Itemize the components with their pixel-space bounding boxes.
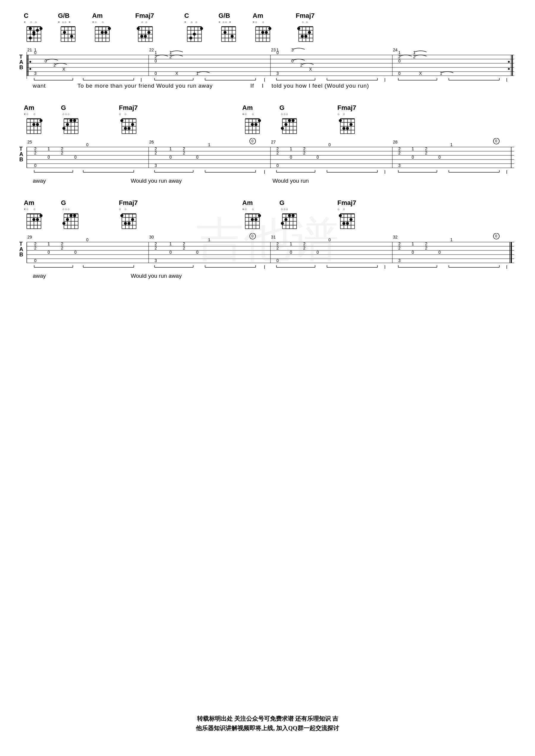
- svg-text:1: 1: [412, 147, 414, 151]
- chord-group-G1: G ○○○: [61, 104, 80, 136]
- tab-svg-3: T A B 29 2 1 2 2 2: [18, 233, 517, 272]
- chord-diagram-G2: [279, 117, 299, 136]
- svg-point-213: [66, 123, 69, 126]
- svg-text:0: 0: [276, 163, 279, 168]
- svg-point-422: [292, 214, 295, 217]
- svg-point-67: [200, 27, 203, 30]
- chord-diagram-G1: [61, 117, 80, 136]
- chord-group-Am6: Am ×○ ○: [242, 199, 262, 231]
- svg-point-214: [73, 119, 76, 122]
- svg-text:0: 0: [74, 155, 77, 159]
- chord-name-Fmaj7: Fmaj7: [135, 12, 154, 20]
- chord-diagram-Am3: [24, 117, 43, 136]
- svg-point-420: [281, 222, 284, 225]
- chord-group-G3: G ○○○: [61, 199, 80, 231]
- svg-point-256: [288, 119, 291, 122]
- svg-point-382: [70, 214, 72, 217]
- svg-point-268: [342, 127, 345, 130]
- chord-diagram-Am5: [24, 211, 43, 231]
- svg-text:X: X: [62, 67, 65, 71]
- chord-diagram-Fmaj76: [337, 211, 357, 231]
- footer-line2: 他乐器知识讲解视频即将上线, 加入QQ群一起交流探讨: [196, 724, 339, 732]
- svg-point-396: [131, 218, 134, 221]
- svg-point-52: [140, 35, 143, 38]
- svg-text:2: 2: [425, 246, 427, 251]
- svg-text:0: 0: [412, 250, 414, 255]
- chord-group-Fmaj73: Fmaj7 ○ ○: [119, 104, 138, 136]
- svg-text:1: 1: [290, 241, 292, 246]
- svg-point-434: [339, 214, 342, 217]
- svg-point-39: [104, 31, 107, 34]
- svg-text:0: 0: [495, 234, 497, 238]
- svg-point-13: [29, 37, 32, 40]
- svg-text:0: 0: [317, 250, 319, 255]
- chord-diagram-Am2: [253, 24, 272, 44]
- svg-point-54: [148, 31, 151, 34]
- svg-point-92: [268, 27, 271, 30]
- svg-text:27: 27: [271, 140, 276, 144]
- svg-text:0: 0: [251, 234, 254, 238]
- svg-text:2: 2: [53, 63, 56, 68]
- svg-text:1: 1: [412, 241, 414, 246]
- svg-text:T: T: [19, 54, 23, 60]
- svg-point-200: [36, 123, 39, 126]
- svg-text:2: 2: [155, 246, 157, 251]
- svg-text:0: 0: [44, 59, 47, 63]
- tab-svg-2: T A B 25 2 1 2 2 2: [18, 138, 517, 177]
- svg-text:2: 2: [34, 150, 37, 155]
- svg-text:X: X: [419, 71, 422, 76]
- svg-point-437: [350, 218, 352, 221]
- svg-text:3: 3: [398, 163, 401, 168]
- svg-text:0: 0: [196, 155, 199, 159]
- chord-mute-Fmaj7: ○ ○: [135, 20, 148, 24]
- chord-group-Am5: Am ×○ ○: [24, 199, 43, 231]
- svg-point-421: [284, 218, 287, 221]
- svg-text:T: T: [19, 146, 23, 152]
- svg-text:A: A: [19, 246, 23, 252]
- svg-text:0: 0: [74, 250, 77, 255]
- svg-point-408: [254, 218, 257, 221]
- svg-text:25: 25: [27, 140, 32, 144]
- svg-point-104: [301, 35, 304, 38]
- tab-staff-1: T A B 21: [18, 46, 517, 89]
- svg-text:30: 30: [149, 235, 154, 239]
- svg-text:0: 0: [155, 59, 157, 63]
- svg-text:2: 2: [276, 150, 279, 155]
- svg-text:0: 0: [251, 139, 254, 143]
- svg-text:1: 1: [290, 147, 292, 151]
- svg-text:0: 0: [169, 155, 172, 159]
- svg-text:1: 1: [450, 237, 453, 242]
- chord-diagram-Am: [92, 24, 111, 44]
- svg-text:2: 2: [183, 150, 185, 155]
- chord-diagram-Fmaj75: [119, 211, 138, 231]
- svg-text:2: 2: [398, 150, 401, 155]
- svg-text:0: 0: [495, 139, 497, 143]
- svg-point-79: [231, 35, 234, 38]
- footer-line1: 转载标明出处 关注公众号可免费求谱 还有乐理知识 吉: [196, 715, 339, 723]
- svg-point-105: [304, 35, 307, 38]
- svg-point-103: [297, 27, 300, 30]
- svg-text:2: 2: [300, 63, 302, 68]
- svg-point-160: [508, 68, 510, 70]
- chord-diagram-Am4: [242, 117, 262, 136]
- svg-text:0: 0: [34, 258, 37, 263]
- chord-mute-Am: ×○ ○: [92, 20, 104, 24]
- svg-text:0: 0: [34, 163, 37, 168]
- svg-text:0: 0: [328, 237, 331, 242]
- svg-point-409: [258, 214, 261, 217]
- svg-text:0: 0: [47, 250, 50, 255]
- chord-group-Am4: Am ×○ ○: [242, 104, 262, 136]
- svg-text:X: X: [309, 67, 312, 71]
- svg-point-106: [308, 31, 311, 34]
- chord-group-G4: G ○○○: [279, 199, 299, 231]
- section-row-1: C × ○ ○: [18, 12, 517, 89]
- svg-text:29: 29: [27, 235, 32, 239]
- svg-point-226: [120, 119, 123, 122]
- svg-text:0: 0: [412, 155, 414, 159]
- chord-diagram-Fmaj73: [119, 117, 138, 136]
- section-row-3: Am ×○ ○: [18, 199, 517, 279]
- svg-text:24: 24: [393, 47, 398, 52]
- svg-text:0: 0: [438, 155, 441, 159]
- chord-diagram-G4: [279, 211, 299, 231]
- svg-point-393: [120, 214, 123, 217]
